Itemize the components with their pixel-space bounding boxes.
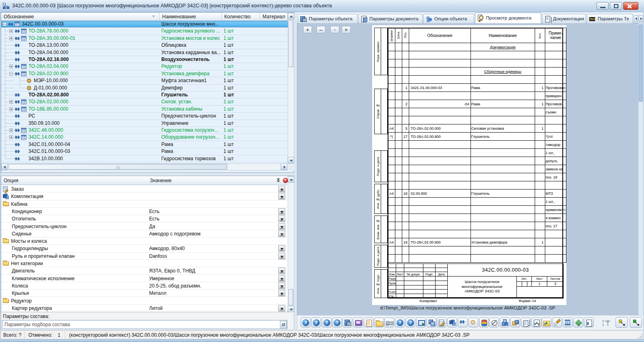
tab-doc-preview[interactable]: Просмотр документа — [475, 13, 541, 23]
toolbar-button-building-doc[interactable] — [584, 318, 594, 327]
expand-toggle[interactable] — [9, 129, 13, 132]
tree-row[interactable]: ТО-18Б.85.00.000Установка кабины1 шт — [1, 106, 288, 113]
tree-row[interactable]: ТО-28А.02.00.900Установка демпфера1 шт — [1, 70, 288, 77]
options-vertical-scrollbar[interactable] — [288, 176, 294, 312]
tree-row[interactable]: ТО-28А.02.16.000Воздухоочиститель1 шт — [1, 56, 288, 63]
options-scroll-thumb[interactable] — [288, 289, 293, 305]
option-dropdown-button[interactable] — [278, 216, 285, 222]
option-dropdown-button[interactable] — [278, 231, 285, 237]
vertical-splitter[interactable] — [294, 12, 297, 330]
tree-row[interactable]: ТО-28А.04.00.000Установка карданных ва..… — [1, 49, 288, 56]
option-row[interactable]: КрыльяМеталл — [1, 290, 287, 297]
toolbar-button-help[interactable] — [405, 318, 415, 327]
tree-scroll-right-button[interactable] — [281, 163, 287, 170]
tree-row[interactable]: 342С.01.00.000-03Рама1 шт — [1, 148, 288, 155]
toolbar-button-trowel[interactable] — [552, 318, 562, 327]
tree-scroll-left-button[interactable] — [1, 163, 8, 170]
tree-row[interactable]: ТО-28А.02.00.000Силов. устан.1 шт — [1, 98, 288, 105]
expand-toggle[interactable] — [9, 107, 13, 111]
tab-tech[interactable]: Параметры Те — [587, 14, 633, 23]
toolbar-button-columns[interactable] — [563, 318, 572, 327]
option-dropdown-button[interactable] — [278, 208, 285, 215]
tab-object-params[interactable]: Параметры объекта — [298, 14, 358, 23]
tree-row[interactable]: ТО-28А.02.00.800Глушитель1 шт — [1, 91, 288, 98]
option-dropdown-button[interactable] — [278, 290, 285, 296]
preview-scroll-thumb[interactable] — [639, 24, 643, 102]
option-row[interactable]: Нет категории — [1, 260, 287, 267]
toolbar-button-gear2[interactable] — [468, 318, 478, 327]
tabs-scroll-right-button[interactable] — [639, 15, 643, 22]
toolbar-button-database[interactable] — [479, 318, 489, 327]
option-row[interactable]: СиденьеАмкодор с подогревом — [1, 230, 287, 237]
composition-picker-button[interactable]: 15 — [280, 321, 287, 328]
toolbar-button-cubes-duo[interactable] — [510, 318, 520, 327]
option-dropdown-button[interactable] — [278, 223, 285, 230]
option-row[interactable]: Колеса20.5-25, обод разъемн. — [1, 282, 287, 290]
toolbar-button-doc-copy[interactable] — [521, 318, 531, 327]
option-dropdown-button[interactable] — [278, 268, 285, 274]
toolbar-button-folder2[interactable] — [374, 318, 384, 327]
expand-toggle[interactable] — [9, 37, 13, 40]
next-page-button[interactable]: > — [342, 26, 351, 33]
tree-row[interactable]: 342С.00.00.000-03Шасси погрузочное мно..… — [1, 21, 288, 28]
toolbar-button-screen-export[interactable] — [416, 318, 426, 327]
composition-input[interactable] — [2, 320, 287, 329]
options-column-value[interactable]: Значение — [150, 178, 171, 183]
tree-column-header-1[interactable]: Обозначение — [1, 13, 160, 21]
expand-toggle[interactable] — [9, 100, 13, 104]
tree-row[interactable]: 350.09.10.000Управление1 шт — [1, 120, 288, 127]
preview-vertical-scrollbar[interactable] — [638, 23, 643, 315]
option-dropdown-button[interactable] — [278, 275, 285, 282]
toolbar-button-diamond[interactable] — [573, 318, 583, 327]
option-dropdown-button[interactable] — [278, 283, 285, 289]
toolbar-button-compass[interactable] — [489, 318, 499, 327]
option-dropdown-button[interactable] — [278, 186, 285, 192]
tree-horizontal-scrollbar[interactable] — [1, 163, 287, 170]
toolbar-button-cubes[interactable] — [500, 318, 510, 327]
expand-toggle[interactable] — [9, 29, 13, 33]
toolbar-button-cube-copy[interactable] — [427, 318, 436, 327]
option-row[interactable]: Редуктор — [1, 297, 287, 305]
toolbar-button-help[interactable] — [395, 318, 405, 327]
zoom-out-button[interactable]: -- — [317, 26, 325, 33]
tabs-scroll-left-button[interactable] — [634, 15, 638, 22]
tree-row[interactable]: МЭР-10.00.000Муфта эластичная11 шт — [1, 77, 288, 84]
zoom-in-button[interactable]: + — [303, 26, 312, 33]
toolbar-button-link-green[interactable] — [630, 317, 642, 328]
tree-row[interactable]: Д-01.00.00.000Демпфер1 шт — [1, 85, 288, 91]
tree-scroll-thumb[interactable] — [288, 20, 293, 67]
toolbar-button-note-edit[interactable] — [437, 318, 447, 327]
option-row[interactable]: Заказ — [1, 185, 287, 193]
tree-scroll-down-button[interactable] — [288, 157, 294, 163]
minimize-button[interactable] — [596, 2, 609, 10]
option-row[interactable]: Мосты и колеса — [1, 237, 287, 245]
tab-doc-params[interactable]: Параметры документа — [358, 14, 423, 23]
option-row[interactable]: Руль и проритетный клапанDanfoss — [1, 253, 287, 260]
toolbar-button-presentation[interactable] — [353, 318, 363, 327]
tree-row[interactable]: ТО-28А.78.00.000Гидросистема рулевого ..… — [1, 28, 288, 35]
option-row[interactable]: КондиционерЕсть — [1, 208, 287, 215]
horizontal-splitter[interactable] — [1, 173, 294, 176]
toolbar-button-kit2[interactable] — [447, 318, 457, 327]
toolbar-button-document[interactable] — [364, 318, 373, 327]
tree-column-header-3[interactable]: Количество — [222, 13, 260, 21]
option-row[interactable]: Предочиститель-циклонДа — [1, 223, 287, 230]
option-row[interactable]: Климатическое исполнениеУмеренное — [1, 275, 287, 282]
toolbar-button-flange[interactable] — [458, 318, 468, 327]
tree-scroll-thumb[interactable] — [9, 164, 227, 170]
maximize-button[interactable] — [610, 2, 622, 10]
option-row[interactable]: ОтопительЕсть — [1, 215, 287, 222]
tree-row[interactable]: 342В.10.00.000Гидросистема тормозов1 шт — [1, 155, 288, 162]
options-scroll-up-button[interactable] — [288, 176, 294, 183]
toolbar-button-help[interactable] — [332, 318, 342, 327]
toolbar-button-help[interactable] — [301, 318, 310, 327]
toolbar-button-folder-chart[interactable] — [542, 318, 551, 327]
tree-scroll-up-button[interactable] — [288, 13, 294, 20]
option-row[interactable]: ДвигательЯЗТА, Евро 0, ТНВД — [1, 267, 287, 274]
expand-toggle[interactable] — [9, 65, 13, 68]
option-dropdown-button[interactable] — [278, 193, 285, 200]
option-dropdown-button[interactable] — [278, 245, 285, 252]
tree-column-header-2[interactable]: Наименование — [160, 13, 222, 21]
option-row[interactable]: Кабина — [1, 200, 287, 208]
option-dropdown-button[interactable] — [278, 253, 285, 259]
